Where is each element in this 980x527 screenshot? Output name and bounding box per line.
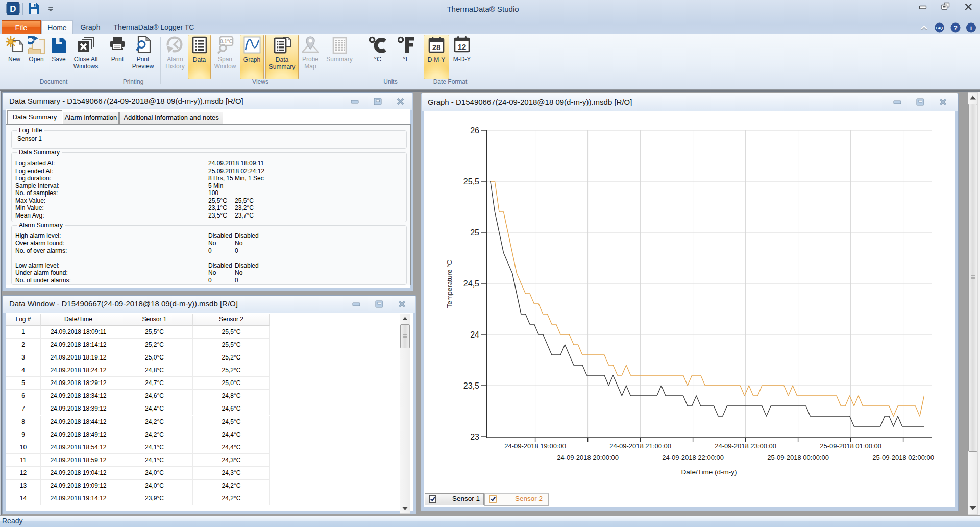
svg-text:24-09-2018 20:00:00: 24-09-2018 20:00:00 bbox=[557, 453, 619, 461]
svg-text:Temperature °C: Temperature °C bbox=[446, 259, 453, 308]
svg-text:24,5: 24,5 bbox=[463, 279, 479, 288]
svg-text:25,5: 25,5 bbox=[463, 177, 479, 186]
svg-text:28: 28 bbox=[432, 43, 441, 52]
svg-text:i: i bbox=[970, 25, 972, 32]
svg-text:D: D bbox=[10, 4, 16, 14]
svg-text:25-09-2018 01:00:00: 25-09-2018 01:00:00 bbox=[820, 442, 881, 450]
svg-text:25-09-2018 02:00:00: 25-09-2018 02:00:00 bbox=[872, 453, 934, 461]
svg-text:24-09-2018 22:00:00: 24-09-2018 22:00:00 bbox=[662, 453, 724, 461]
svg-text:0.1°C: 0.1°C bbox=[220, 39, 233, 44]
svg-text:25: 25 bbox=[470, 228, 479, 237]
svg-text:Date/Time (d-m-y): Date/Time (d-m-y) bbox=[681, 468, 737, 476]
svg-text:24-09-2018 19:00:00: 24-09-2018 19:00:00 bbox=[504, 442, 566, 450]
svg-text:25-09-2018 00:00:00: 25-09-2018 00:00:00 bbox=[767, 453, 829, 461]
svg-text:FAQ: FAQ bbox=[936, 26, 943, 30]
svg-text:23,5: 23,5 bbox=[463, 381, 479, 390]
svg-text:23: 23 bbox=[470, 433, 479, 441]
svg-text:24-09-2018 21:00:00: 24-09-2018 21:00:00 bbox=[609, 442, 671, 450]
svg-text:24: 24 bbox=[470, 330, 479, 339]
svg-text:24-09-2018 23:00:00: 24-09-2018 23:00:00 bbox=[715, 442, 776, 450]
svg-text:?: ? bbox=[953, 25, 958, 32]
svg-text:12: 12 bbox=[458, 42, 467, 51]
svg-text:26: 26 bbox=[470, 126, 479, 135]
